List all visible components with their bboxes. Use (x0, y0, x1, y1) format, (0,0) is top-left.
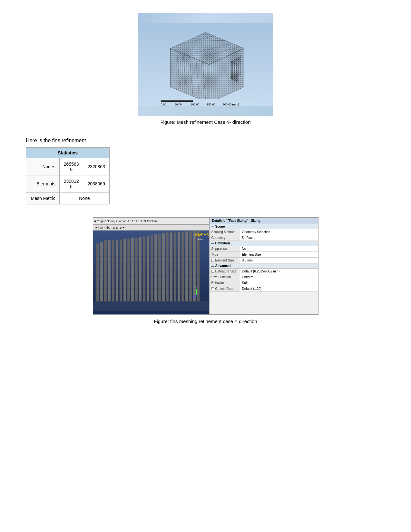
svg-rect-40 (143, 236, 145, 301)
svg-rect-30 (104, 240, 107, 301)
mesh-metric-label: Mesh Metric (26, 192, 60, 204)
type-val: Element Size (240, 252, 318, 257)
element-size-key: Element Size (210, 258, 240, 263)
definition-expand-icon: ▬ (211, 242, 214, 245)
page-content: 0.00 50.00 100.00 150.00 200.00 (mm) Fig… (26, 13, 385, 324)
geometry-key: Geometry (210, 235, 240, 241)
scope-header: ▬ Scope (210, 224, 318, 229)
advanced-label: Advanced (215, 264, 231, 268)
elements-val1: 2308128 (59, 175, 83, 192)
scoping-method-key: Scoping Method (210, 229, 240, 235)
defeature-size-row: Defeature Size Default (6.2335e-002 mm) (210, 269, 318, 274)
elements-val2: 2038069 (83, 175, 110, 192)
svg-text:100.00: 100.00 (191, 103, 199, 106)
svg-text:150.00: 150.00 (206, 103, 215, 106)
svg-rect-31 (108, 240, 111, 301)
growth-rate-key: Growth Rate (210, 286, 240, 291)
svg-rect-42 (151, 235, 153, 301)
mesh-3d-image: 0.00 50.00 100.00 150.00 200.00 (mm) (138, 13, 273, 116)
svg-rect-49 (178, 232, 180, 301)
svg-rect-53 (193, 231, 196, 301)
svg-text:X: X (203, 294, 205, 297)
element-size-checkbox[interactable] (211, 259, 214, 262)
table-row: Elements 2308128 2038069 (26, 175, 110, 192)
element-size-row: Element Size 0.3 mm (210, 258, 318, 263)
size-function-row: Size Function Uniform (210, 274, 318, 280)
suppressed-key: Suppressed (210, 246, 240, 251)
stats-header: Statistics (26, 148, 110, 158)
svg-rect-51 (185, 232, 188, 301)
defeature-size-val: Default (6.2335e-002 mm) (240, 269, 318, 274)
svg-rect-46 (166, 232, 169, 301)
svg-text:200.00 (mm): 200.00 (mm) (222, 103, 239, 106)
scoping-method-row: Scoping Method Geometry Selection (210, 229, 318, 235)
scope-expand-icon: ▬ (211, 225, 214, 228)
geometry-val: 54 Faces (240, 235, 318, 241)
svg-rect-34 (120, 240, 122, 301)
svg-rect-19 (161, 100, 193, 102)
svg-rect-50 (181, 232, 184, 301)
svg-rect-32 (112, 240, 114, 301)
element-size-val: 0.3 mm (240, 258, 318, 263)
ansys-toolbar: ■ Edge Coloring ▾ A⁺ A⁻ A⁻ A⁺ A⁻ ✎ ⊡ Thi… (93, 218, 209, 225)
svg-text:R18.1: R18.1 (198, 238, 205, 241)
svg-text:Y: Y (195, 287, 197, 289)
ansys-section: ■ Edge Coloring ▾ A⁺ A⁻ A⁻ A⁺ A⁻ ✎ ⊡ Thi… (26, 217, 385, 324)
suppressed-row: Suppressed No (210, 246, 318, 252)
svg-marker-7 (231, 61, 238, 82)
svg-rect-29 (100, 242, 103, 301)
statistics-table-wrapper: Statistics Nodes 2655636 2320863 Element… (26, 147, 110, 204)
svg-rect-36 (127, 239, 130, 301)
behavior-val: Soft (240, 280, 318, 286)
nodes-label: Nodes (26, 158, 60, 175)
defeature-size-key: Defeature Size (210, 269, 240, 274)
edge-coloring-label: ■ Edge Coloring ▾ (94, 220, 118, 223)
mesh-metric-val: None (59, 192, 109, 204)
elements-label: Elements (26, 175, 60, 192)
definition-header: ▬ Definition (210, 241, 318, 246)
scope-label: Scope (215, 225, 225, 228)
table-row: Mesh Metric None (26, 192, 110, 204)
svg-text:0.00: 0.00 (161, 103, 166, 106)
svg-rect-38 (135, 238, 138, 301)
behavior-row: Behavior Soft (210, 280, 318, 286)
svg-rect-33 (116, 240, 118, 301)
svg-rect-43 (154, 234, 157, 301)
scoping-method-val: Geometry Selection (240, 229, 318, 235)
definition-label: Definition (215, 241, 230, 245)
growth-rate-row: Growth Rate Default (1.20) (210, 286, 318, 292)
svg-rect-52 (189, 232, 192, 301)
svg-rect-47 (170, 232, 172, 301)
growth-rate-checkbox[interactable] (211, 287, 214, 290)
defeature-checkbox[interactable] (211, 270, 214, 273)
details-panel: Details of "Face Sizing" - Sizing ▬ Scop… (209, 218, 318, 314)
size-function-val: Uniform (240, 274, 318, 280)
svg-rect-44 (158, 234, 161, 301)
nodes-val1: 2655636 (59, 158, 83, 175)
ansys-viewport: ■ Edge Coloring ▾ A⁺ A⁻ A⁻ A⁺ A⁻ ✎ ⊡ Thi… (93, 218, 209, 314)
statistics-table: Statistics Nodes 2655636 2320863 Element… (26, 147, 110, 204)
suppressed-val: No (240, 246, 318, 251)
svg-rect-28 (96, 243, 99, 301)
behavior-key: Behavior (210, 280, 240, 286)
svg-text:Z: Z (191, 298, 192, 300)
section-heading: Here is the fins refinement (26, 138, 86, 143)
figure1-caption: Figure: Mesh refinement Case Y- directio… (160, 119, 250, 125)
figure2-caption: Figure: fins meshing refinement case Y d… (154, 319, 257, 324)
growth-rate-val: Default (1.20) (240, 286, 318, 291)
mesh-image-section: 0.00 50.00 100.00 150.00 200.00 (mm) Fig… (138, 13, 273, 125)
svg-rect-48 (174, 232, 176, 301)
advanced-expand-icon: ▬ (211, 264, 214, 267)
ansys-3d-view: ANSYS R18.1 X Y Z (93, 231, 209, 313)
ansys-toolbar2: ✦ | ⊡ Fribo ⊞ ⊟ ⊕ ● (93, 225, 209, 231)
svg-text:ANSYS: ANSYS (195, 232, 209, 237)
size-function-key: Size Function (210, 274, 240, 280)
svg-rect-45 (162, 233, 165, 301)
advanced-header: ▬ Advanced (210, 263, 318, 269)
svg-rect-54 (197, 231, 200, 301)
table-row: Nodes 2655636 2320863 (26, 158, 110, 175)
svg-rect-41 (147, 236, 149, 301)
svg-text:50.00: 50.00 (174, 103, 181, 106)
type-key: Type (210, 252, 240, 257)
geometry-row: Geometry 54 Faces (210, 235, 318, 241)
